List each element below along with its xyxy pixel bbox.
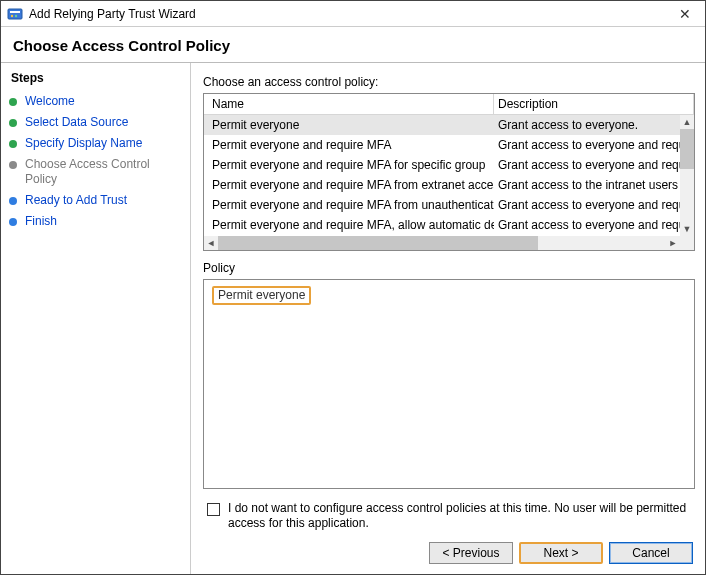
step-label: Ready to Add Trust <box>25 193 127 208</box>
step-bullet-icon <box>9 218 17 226</box>
svg-point-3 <box>15 14 17 16</box>
policy-details-box: Permit everyone <box>203 279 695 489</box>
policy-list-header: Name Description <box>204 94 694 115</box>
previous-button[interactable]: < Previous <box>429 542 513 564</box>
skip-acp-label: I do not want to configure access contro… <box>228 501 693 532</box>
policy-row[interactable]: Permit everyoneGrant access to everyone. <box>204 115 680 135</box>
step-label: Finish <box>25 214 57 229</box>
skip-acp-option[interactable]: I do not want to configure access contro… <box>203 497 695 538</box>
column-header-name[interactable]: Name <box>204 94 494 114</box>
app-icon <box>7 6 23 22</box>
policy-row-name: Permit everyone and require MFA, allow a… <box>204 215 494 235</box>
scroll-left-icon[interactable]: ◄ <box>204 236 218 250</box>
step-bullet-icon <box>9 140 17 148</box>
wizard-buttons: < Previous Next > Cancel <box>203 538 695 566</box>
policy-row[interactable]: Permit everyone and require MFA from ext… <box>204 175 680 195</box>
wizard-window: Add Relying Party Trust Wizard ✕ Choose … <box>0 0 706 575</box>
svg-point-2 <box>11 14 13 16</box>
policy-row-name: Permit everyone and require MFA <box>204 135 494 155</box>
policy-row-description: Grant access to the intranet users and <box>494 175 680 195</box>
svg-rect-1 <box>10 11 20 13</box>
step-bullet-icon <box>9 161 17 169</box>
policy-row-name: Permit everyone and require MFA from una… <box>204 195 494 215</box>
step-item[interactable]: Finish <box>1 211 190 232</box>
window-title: Add Relying Party Trust Wizard <box>29 7 665 21</box>
policy-list-hscrollbar[interactable]: ◄ ► <box>204 236 680 250</box>
steps-sidebar: Steps WelcomeSelect Data SourceSpecify D… <box>1 63 191 574</box>
policy-row-description: Grant access to everyone and require MFA <box>494 195 680 215</box>
scroll-thumb-v[interactable] <box>680 129 694 169</box>
policy-row-name: Permit everyone and require MFA for spec… <box>204 155 494 175</box>
step-bullet-icon <box>9 119 17 127</box>
policy-row-description: Grant access to everyone. <box>494 115 680 135</box>
titlebar: Add Relying Party Trust Wizard ✕ <box>1 1 705 27</box>
selected-policy-text: Permit everyone <box>212 286 311 305</box>
scroll-up-icon[interactable]: ▲ <box>680 115 694 129</box>
scroll-right-icon[interactable]: ► <box>666 236 680 250</box>
scroll-down-icon[interactable]: ▼ <box>680 222 694 236</box>
policy-row[interactable]: Permit everyone and require MFA, allow a… <box>204 215 680 235</box>
step-bullet-icon <box>9 197 17 205</box>
step-item[interactable]: Specify Display Name <box>1 133 190 154</box>
step-label: Select Data Source <box>25 115 128 130</box>
policy-row-description: Grant access to everyone and require MFA <box>494 155 680 175</box>
step-label: Welcome <box>25 94 75 109</box>
policy-label: Policy <box>203 261 695 275</box>
step-bullet-icon <box>9 98 17 106</box>
policy-list-prompt: Choose an access control policy: <box>203 75 695 89</box>
page-title: Choose Access Control Policy <box>1 27 705 63</box>
policy-row[interactable]: Permit everyone and require MFA for spec… <box>204 155 680 175</box>
policy-row[interactable]: Permit everyone and require MFA from una… <box>204 195 680 215</box>
column-header-description[interactable]: Description <box>494 94 694 114</box>
svg-rect-0 <box>8 9 22 19</box>
skip-acp-checkbox[interactable] <box>207 503 220 516</box>
next-button[interactable]: Next > <box>519 542 603 564</box>
step-item: Choose Access Control Policy <box>1 154 190 190</box>
step-label: Choose Access Control Policy <box>25 157 180 187</box>
policy-row-name: Permit everyone and require MFA from ext… <box>204 175 494 195</box>
policy-list-vscrollbar[interactable]: ▲ ▼ <box>680 115 694 236</box>
policy-row-description: Grant access to everyone and require MFA <box>494 135 680 155</box>
step-item[interactable]: Ready to Add Trust <box>1 190 190 211</box>
scroll-thumb-h[interactable] <box>218 236 538 250</box>
steps-heading: Steps <box>1 67 190 91</box>
cancel-button[interactable]: Cancel <box>609 542 693 564</box>
step-item[interactable]: Select Data Source <box>1 112 190 133</box>
main-panel: Choose an access control policy: Name De… <box>191 63 705 574</box>
policy-row-name: Permit everyone <box>204 115 494 135</box>
step-label: Specify Display Name <box>25 136 142 151</box>
step-item[interactable]: Welcome <box>1 91 190 112</box>
policy-row-description: Grant access to everyone and require MFA <box>494 215 680 235</box>
close-icon[interactable]: ✕ <box>665 6 705 22</box>
policy-row[interactable]: Permit everyone and require MFAGrant acc… <box>204 135 680 155</box>
policy-listbox[interactable]: Name Description Permit everyoneGrant ac… <box>203 93 695 251</box>
